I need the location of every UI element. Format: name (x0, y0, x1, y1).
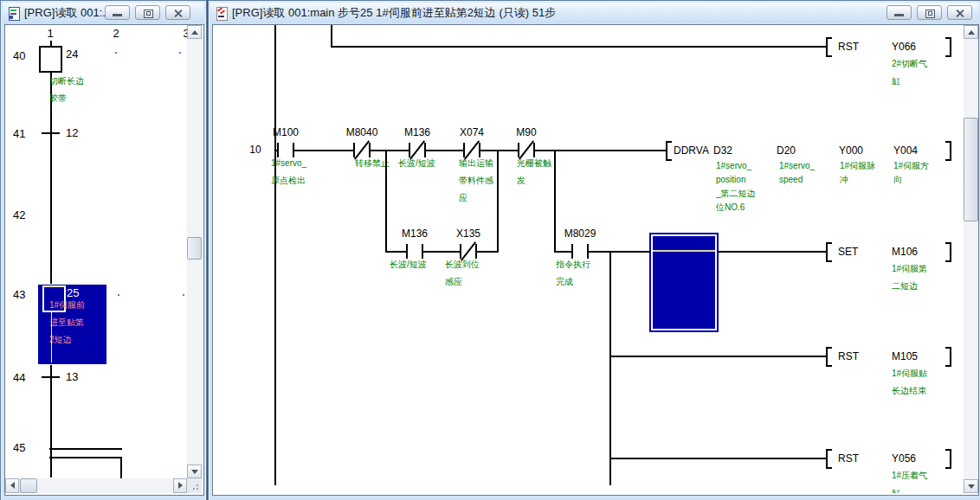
sfc-horizontal-scrollbar[interactable] (5, 478, 187, 493)
instruction-rst-m105[interactable]: RST (838, 350, 859, 362)
scroll-down-button[interactable] (187, 465, 202, 478)
scroll-up-icon (191, 30, 198, 35)
device-label-m8029: M8029 (564, 228, 596, 240)
sfc-row-number: 42 (13, 208, 25, 221)
wire-highlight (653, 250, 715, 252)
device-comment-y056: 1#压着气缸 (892, 467, 927, 493)
operand-d32[interactable]: D32 (713, 144, 732, 157)
sfc-parallel-line (49, 457, 122, 458)
sfc-step-comment: 切断长边胶带 (49, 73, 84, 107)
scroll-up-button[interactable] (187, 25, 202, 39)
instruction-rst-y056[interactable]: RST (838, 452, 859, 465)
device-label-m136-branch: M136 (402, 228, 428, 240)
instruction-bracket-left (826, 449, 832, 469)
scroll-up-icon (968, 30, 975, 35)
close-button[interactable] (165, 5, 190, 20)
sfc-canvas: 1 2 3 40 24 切断长边胶带 41 12 42 43 (5, 25, 187, 478)
device-label-m8040: M8040 (346, 126, 378, 138)
minimize-icon (113, 14, 122, 16)
sfc-parallel-line (49, 448, 122, 450)
grid-dot (115, 52, 117, 54)
operand-d20[interactable]: D20 (777, 144, 796, 157)
scroll-right-icon (178, 482, 183, 489)
sfc-column-header: 2 (113, 27, 119, 40)
device-comment-m90: 光栅被触发 (517, 155, 551, 189)
device-comment-m8040: 转移禁止 (355, 155, 390, 172)
scroll-left-button[interactable] (5, 478, 19, 493)
instruction-ddrva[interactable]: DDRVA (674, 144, 709, 157)
device-comment-m136-branch: 长波/短波 (390, 256, 427, 273)
scroll-thumb[interactable] (20, 478, 37, 493)
operand-m106[interactable]: M106 (892, 246, 918, 258)
minimize-button[interactable] (105, 5, 130, 20)
scroll-thumb[interactable] (964, 118, 978, 221)
sfc-transition-number: 12 (66, 126, 78, 139)
instruction-bracket-left (826, 347, 832, 367)
sfc-flow-line-highlight (51, 312, 52, 362)
instruction-bracket-left (666, 141, 672, 161)
operand-y056[interactable]: Y056 (892, 452, 916, 465)
operand-m105[interactable]: M105 (892, 350, 918, 362)
operand-y004[interactable]: Y004 (893, 144, 918, 157)
device-comment-y000: 1#伺服脉冲 (840, 159, 875, 187)
sfc-step-25-selected[interactable]: 25 1#伺服前进至贴第2短边 (37, 284, 107, 365)
branch-wire-vertical (385, 150, 387, 253)
close-button[interactable] (947, 5, 972, 20)
scroll-down-icon (968, 484, 975, 489)
program-icon (8, 7, 20, 20)
device-label-x135: X135 (456, 228, 480, 240)
branch-wire-vertical (331, 25, 332, 47)
device-comment-y004: 1#伺服方向 (893, 159, 929, 187)
grid-dot (183, 294, 184, 296)
device-comment-d20: 1#servo_speed (779, 159, 815, 187)
instruction-bracket-right (945, 347, 951, 367)
sfc-transition-number: 13 (66, 370, 78, 383)
device-label-m100: M100 (273, 126, 299, 138)
sfc-step-number: 24 (66, 48, 78, 61)
left-bus-bar (274, 25, 276, 485)
device-comment-m136: 长波/短波 (398, 155, 435, 172)
scroll-down-button[interactable] (964, 479, 978, 493)
device-comment-x074: 输出运输带料件感应 (459, 155, 493, 207)
sfc-transition-12[interactable] (42, 132, 60, 134)
instruction-bracket-right (945, 242, 951, 262)
ladder-vertical-scrollbar[interactable] (964, 25, 978, 493)
device-comment-m8029: 指令执行完成 (556, 256, 590, 291)
ladder-icon (216, 7, 228, 20)
instruction-rst-y066[interactable]: RST (838, 41, 859, 53)
device-comment-d32: 1#servo_position_第二短边位NO.6 (716, 159, 756, 215)
rung-wire (331, 46, 826, 48)
scroll-right-button[interactable] (173, 478, 187, 493)
sfc-step-24[interactable] (39, 46, 62, 73)
branch-wire-vertical (497, 150, 499, 253)
sfc-transition-13[interactable] (42, 376, 60, 378)
sfc-row-number: 45 (13, 441, 25, 454)
instruction-bracket-right (945, 37, 951, 57)
sfc-window: [PRG]读取 001:... 1 2 3 40 24 切断长边胶带 (0, 0, 207, 500)
ladder-window-titlebar[interactable]: [PRG]读取 001:main 步号25 1#伺服前进至贴第2短边 (只读) … (210, 3, 979, 23)
restore-button[interactable] (135, 5, 160, 20)
scroll-up-button[interactable] (964, 25, 978, 39)
device-comment-m105: 1#伺服贴长边结束 (892, 365, 927, 400)
scrollbar-corner (187, 478, 202, 493)
sfc-vertical-scrollbar[interactable] (187, 25, 202, 478)
grid-dot (118, 294, 119, 296)
restore-button[interactable] (917, 5, 942, 20)
restore-icon (144, 10, 153, 18)
scroll-thumb[interactable] (187, 237, 202, 260)
minimize-icon (894, 14, 904, 16)
scroll-left-icon (10, 482, 15, 489)
rung-wire (609, 356, 826, 357)
ladder-window: [PRG]读取 001:main 步号25 1#伺服前进至贴第2短边 (只读) … (208, 0, 980, 500)
operand-y066[interactable]: Y066 (892, 41, 916, 53)
step-number: 10 (249, 144, 261, 156)
instruction-set-m106[interactable]: SET (838, 246, 858, 258)
operand-y000[interactable]: Y000 (839, 144, 863, 157)
edit-cursor-cell[interactable] (649, 233, 719, 332)
sfc-window-titlebar[interactable]: [PRG]读取 001:... (3, 3, 204, 23)
device-comment-m106: 1#伺服第二短边 (892, 260, 927, 295)
rung-wire (385, 251, 499, 253)
branch-wire-vertical (609, 251, 611, 485)
minimize-button[interactable] (887, 5, 912, 20)
device-comment-x135: 长波到位感应 (445, 256, 480, 291)
